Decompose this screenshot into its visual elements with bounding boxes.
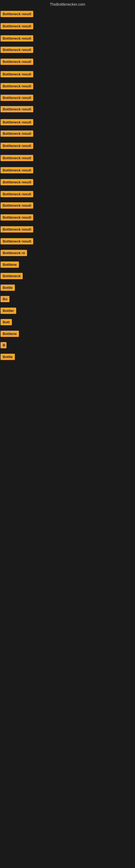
- bottleneck-badge-row-9[interactable]: Bottleneck result: [1, 106, 33, 113]
- bottleneck-badge-25[interactable]: Bo: [1, 296, 9, 302]
- bottleneck-badge-8[interactable]: Bottleneck result: [1, 95, 33, 101]
- bottleneck-badge-row-30[interactable]: Bottle: [1, 354, 15, 361]
- bottleneck-badge-row-16[interactable]: Bottleneck result: [1, 191, 33, 198]
- bottleneck-badge-14[interactable]: Bottleneck result: [1, 167, 33, 173]
- bottleneck-badge-row-14[interactable]: Bottleneck result: [1, 167, 33, 175]
- bottleneck-badge-16[interactable]: Bottleneck result: [1, 191, 33, 197]
- bottleneck-badge-row-1[interactable]: Bottleneck result: [1, 11, 33, 18]
- bottleneck-badge-row-17[interactable]: Bottleneck result: [1, 203, 33, 210]
- bottleneck-badge-row-26[interactable]: Bottler: [1, 308, 16, 315]
- bottleneck-badge-row-20[interactable]: Bottleneck result: [1, 238, 33, 246]
- bottleneck-badge-6[interactable]: Bottleneck result: [1, 71, 33, 77]
- bottleneck-badge-5[interactable]: Bottleneck result: [1, 59, 33, 65]
- bottleneck-badge-1[interactable]: Bottleneck result: [1, 11, 33, 17]
- bottleneck-badge-row-6[interactable]: Bottleneck result: [1, 71, 33, 79]
- bottleneck-badge-29[interactable]: B: [1, 342, 6, 348]
- bottleneck-badge-row-8[interactable]: Bottleneck result: [1, 95, 33, 102]
- bottleneck-badge-row-18[interactable]: Bottleneck result: [1, 214, 33, 222]
- bottleneck-badge-23[interactable]: Bottleneck: [1, 273, 23, 279]
- bottleneck-badge-20[interactable]: Bottleneck result: [1, 238, 33, 244]
- bottleneck-badge-row-11[interactable]: Bottleneck result: [1, 130, 33, 138]
- bottleneck-badge-row-19[interactable]: Bottleneck result: [1, 226, 33, 234]
- bottleneck-badge-row-25[interactable]: Bo: [1, 296, 9, 303]
- bottleneck-badge-row-21[interactable]: Bottleneck re: [1, 250, 27, 257]
- bottleneck-badge-row-27[interactable]: Bott: [1, 319, 12, 326]
- bottleneck-badge-3[interactable]: Bottleneck result: [1, 35, 33, 41]
- bottleneck-badge-row-28[interactable]: Bottlene: [1, 331, 19, 338]
- bottleneck-badge-row-2[interactable]: Bottleneck result: [1, 23, 33, 30]
- bottleneck-badge-7[interactable]: Bottleneck result: [1, 83, 33, 89]
- bottleneck-badge-30[interactable]: Bottle: [1, 354, 15, 360]
- bottleneck-badge-27[interactable]: Bott: [1, 319, 12, 325]
- bottleneck-badge-row-24[interactable]: Bottle: [1, 284, 15, 292]
- bottleneck-badge-row-3[interactable]: Bottleneck result: [1, 35, 33, 42]
- bottleneck-badge-2[interactable]: Bottleneck result: [1, 23, 33, 29]
- bottleneck-badge-row-22[interactable]: Bottlene: [1, 261, 19, 269]
- bottleneck-badge-11[interactable]: Bottleneck result: [1, 130, 33, 137]
- bottleneck-badge-17[interactable]: Bottleneck result: [1, 203, 33, 209]
- bottleneck-badge-row-4[interactable]: Bottleneck result: [1, 46, 33, 54]
- bottleneck-badge-10[interactable]: Bottleneck result: [1, 119, 33, 125]
- bottleneck-badge-13[interactable]: Bottleneck result: [1, 155, 33, 161]
- bottleneck-badge-row-23[interactable]: Bottleneck: [1, 273, 23, 280]
- bottleneck-badge-9[interactable]: Bottleneck result: [1, 106, 33, 112]
- bottleneck-badge-12[interactable]: Bottleneck result: [1, 143, 33, 149]
- bottleneck-badge-row-29[interactable]: B: [1, 342, 6, 349]
- bottleneck-badge-row-5[interactable]: Bottleneck result: [1, 59, 33, 66]
- site-title: TheBottlenecker.com: [0, 0, 135, 8]
- bottleneck-badge-row-10[interactable]: Bottleneck result: [1, 119, 33, 126]
- bottleneck-badge-row-7[interactable]: Bottleneck result: [1, 83, 33, 90]
- bottleneck-badge-row-15[interactable]: Bottleneck result: [1, 179, 33, 186]
- bottleneck-badge-19[interactable]: Bottleneck result: [1, 226, 33, 232]
- bottleneck-badge-4[interactable]: Bottleneck result: [1, 46, 33, 53]
- bottleneck-badge-row-12[interactable]: Bottleneck result: [1, 143, 33, 150]
- bottleneck-badge-24[interactable]: Bottle: [1, 284, 15, 291]
- bottleneck-badge-28[interactable]: Bottlene: [1, 331, 19, 337]
- bottleneck-badge-22[interactable]: Bottlene: [1, 261, 19, 268]
- bottleneck-badge-26[interactable]: Bottler: [1, 308, 16, 314]
- bottleneck-badge-row-13[interactable]: Bottleneck result: [1, 155, 33, 162]
- bottleneck-badge-21[interactable]: Bottleneck re: [1, 250, 27, 256]
- bottleneck-badge-18[interactable]: Bottleneck result: [1, 214, 33, 220]
- bottleneck-badge-15[interactable]: Bottleneck result: [1, 179, 33, 185]
